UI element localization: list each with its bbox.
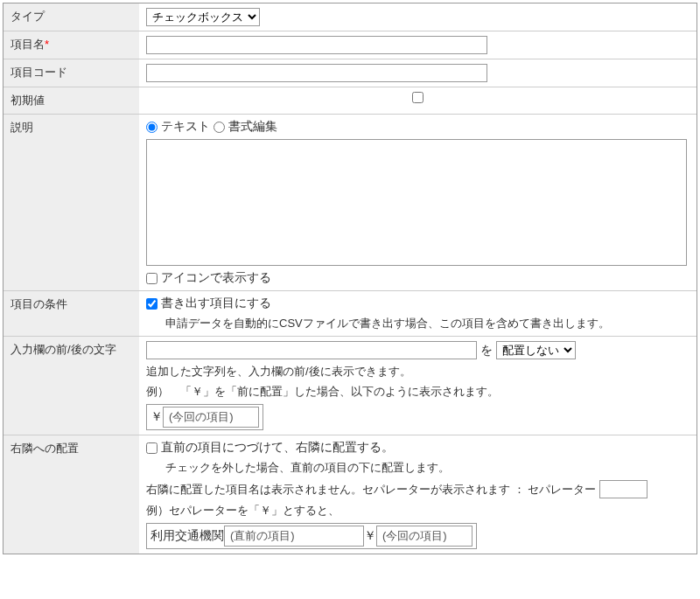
right-checkbox[interactable] bbox=[146, 442, 158, 454]
row-type: タイプ チェックボックス bbox=[4, 3, 696, 31]
ba-hint2: 例） 「￥」を「前に配置」した場合、以下のように表示されます。 bbox=[146, 384, 690, 400]
desc-icon-checkbox[interactable] bbox=[146, 273, 158, 284]
desc-radio-text[interactable] bbox=[146, 122, 158, 133]
right-prev-item: (直前の項目) bbox=[224, 526, 364, 547]
label-conditions: 項目の条件 bbox=[4, 291, 139, 336]
row-item-code: 項目コード bbox=[4, 59, 696, 87]
row-init-value: 初期値 bbox=[4, 87, 696, 115]
row-right-placement: 右隣への配置 直前の項目につづけて、右隣に配置する。 チェックを外した場合、直前… bbox=[4, 435, 696, 554]
before-after-wo: を bbox=[480, 343, 493, 359]
row-conditions: 項目の条件 書き出す項目にする 申請データを自動的にCSVファイルで書き出す場合… bbox=[4, 291, 696, 337]
row-item-name: 項目名* bbox=[4, 31, 696, 59]
item-name-input[interactable] bbox=[146, 36, 487, 54]
right-example: 利用交通機関 (直前の項目) ￥ (今回の項目) bbox=[146, 523, 477, 549]
before-after-input[interactable] bbox=[146, 341, 477, 359]
item-code-input[interactable] bbox=[146, 64, 487, 82]
desc-radio-text-text: テキスト bbox=[161, 119, 210, 135]
ba-example: ￥ (今回の項目) bbox=[146, 404, 263, 430]
init-value-checkbox[interactable] bbox=[146, 92, 690, 103]
desc-icon-label[interactable]: アイコンで表示する bbox=[146, 270, 690, 286]
right-this-item: (今回の項目) bbox=[376, 526, 472, 547]
desc-radio-format[interactable] bbox=[214, 122, 225, 133]
row-description: 説明 テキスト 書式編集 アイコンで表示する bbox=[4, 115, 696, 291]
desc-radio-format-text: 書式編集 bbox=[228, 119, 277, 135]
ba-this-item: (今回の項目) bbox=[163, 407, 259, 428]
ba-yen: ￥ bbox=[150, 409, 163, 425]
label-right-placement: 右隣への配置 bbox=[4, 435, 139, 554]
right-yen: ￥ bbox=[364, 528, 376, 544]
desc-radio-text-label[interactable]: テキスト bbox=[146, 119, 210, 135]
cond-export-label[interactable]: 書き出す項目にする bbox=[146, 296, 690, 311]
right-check-label[interactable]: 直前の項目につづけて、右隣に配置する。 bbox=[146, 440, 690, 456]
label-description: 説明 bbox=[4, 115, 139, 290]
label-type: タイプ bbox=[4, 3, 139, 31]
label-init-value: 初期値 bbox=[4, 87, 139, 114]
right-hint2a: 右隣に配置した項目名は表示されません。セパレーターが表示されます ： セパレータ… bbox=[146, 482, 596, 498]
ba-hint1: 追加した文字列を、入力欄の前/後に表示できます。 bbox=[146, 364, 690, 380]
row-before-after: 入力欄の前/後の文字 を 配置しない 追加した文字列を、入力欄の前/後に表示でき… bbox=[4, 337, 696, 435]
right-hint3: 例）セパレーターを「￥」とすると、 bbox=[146, 503, 690, 519]
label-item-name: 項目名* bbox=[4, 31, 139, 59]
description-textarea[interactable] bbox=[146, 139, 687, 266]
form-container: タイプ チェックボックス 項目名* 項目コード 初期値 説明 bbox=[3, 3, 697, 554]
desc-radio-format-label[interactable]: 書式編集 bbox=[214, 119, 277, 135]
cond-export-hint: 申請データを自動的にCSVファイルで書き出す場合、この項目を含めて書き出します。 bbox=[146, 316, 690, 331]
label-before-after: 入力欄の前/後の文字 bbox=[4, 337, 139, 435]
right-check-text: 直前の項目につづけて、右隣に配置する。 bbox=[161, 440, 394, 456]
cond-export-text: 書き出す項目にする bbox=[161, 296, 271, 311]
right-hint1: チェックを外した場合、直前の項目の下に配置します。 bbox=[146, 460, 690, 476]
cond-export-checkbox[interactable] bbox=[146, 298, 158, 310]
desc-icon-text: アイコンで表示する bbox=[161, 270, 271, 286]
separator-input[interactable] bbox=[599, 480, 648, 498]
right-transport: 利用交通機関 bbox=[150, 528, 224, 544]
type-select[interactable]: チェックボックス bbox=[146, 8, 260, 26]
label-item-code: 項目コード bbox=[4, 59, 139, 87]
right-hint2: 右隣に配置した項目名は表示されません。セパレーターが表示されます ： セパレータ… bbox=[146, 480, 690, 498]
before-after-select[interactable]: 配置しない bbox=[496, 341, 576, 359]
